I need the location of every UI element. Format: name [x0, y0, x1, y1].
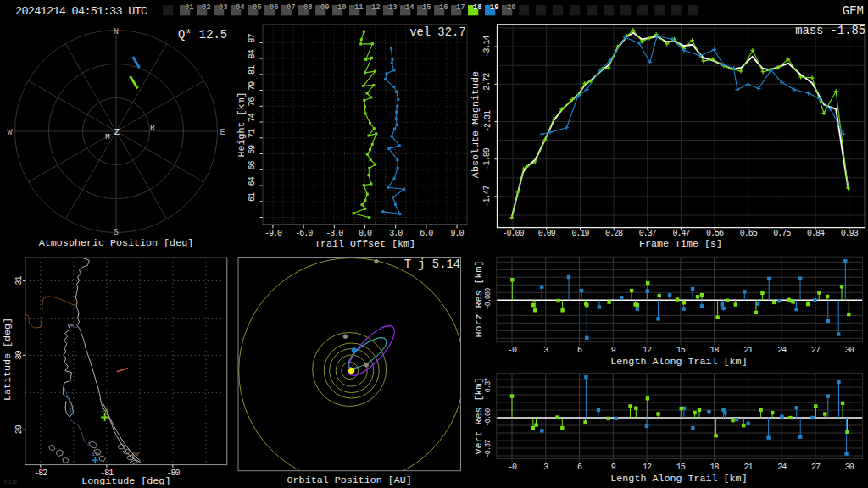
- svg-text:07: 07: [287, 3, 296, 12]
- svg-text:6: 6: [577, 346, 582, 355]
- svg-text:-3.14: -3.14: [483, 36, 492, 58]
- svg-text:0.56: 0.56: [706, 229, 724, 238]
- svg-text:15: 15: [676, 346, 686, 355]
- svg-text:11: 11: [354, 3, 364, 12]
- svg-text:15: 15: [422, 3, 431, 12]
- svg-text:-82: -82: [34, 469, 47, 478]
- svg-text:-2.31: -2.31: [483, 110, 492, 132]
- svg-text:0.0: 0.0: [359, 229, 372, 238]
- svg-text:66: 66: [248, 161, 257, 170]
- svg-text:-1.89: -1.89: [483, 147, 492, 169]
- svg-text:Absolute Magnitude: Absolute Magnitude: [470, 71, 481, 178]
- svg-text:20: 20: [131, 450, 139, 458]
- svg-text:0.19: 0.19: [571, 229, 589, 238]
- svg-text:-0.000: -0.000: [484, 288, 492, 310]
- svg-text:0.93: 0.93: [841, 229, 859, 238]
- svg-text:Q* 12.5: Q* 12.5: [178, 29, 227, 42]
- svg-text:27: 27: [811, 463, 821, 472]
- svg-text:-2.72: -2.72: [483, 73, 492, 95]
- svg-text:12: 12: [643, 463, 652, 472]
- svg-text:6: 6: [577, 463, 582, 472]
- svg-text:18: 18: [473, 3, 482, 12]
- svg-text:02: 02: [202, 3, 211, 12]
- svg-text:mass -1.85: mass -1.85: [795, 25, 865, 37]
- svg-text:-0: -0: [508, 346, 517, 355]
- svg-text:06: 06: [270, 3, 279, 12]
- svg-text:0.47: 0.47: [672, 229, 690, 238]
- svg-text:0.37: 0.37: [484, 378, 492, 392]
- svg-text:Latitude [deg]: Latitude [deg]: [2, 318, 14, 401]
- svg-text:9: 9: [611, 346, 616, 355]
- svg-text:0.75: 0.75: [773, 229, 791, 238]
- svg-text:74: 74: [248, 113, 257, 122]
- svg-text:-0.00: -0.00: [484, 408, 492, 426]
- svg-text:-0.00: -0.00: [503, 229, 525, 238]
- svg-text:0.65: 0.65: [740, 229, 758, 238]
- svg-text:Vert Res [km]: Vert Res [km]: [473, 377, 485, 454]
- svg-text:61: 61: [248, 192, 257, 202]
- svg-text:3: 3: [543, 463, 548, 472]
- svg-text:18: 18: [101, 406, 109, 413]
- svg-text:69: 69: [248, 145, 257, 154]
- svg-text:15: 15: [676, 463, 686, 472]
- svg-text:12: 12: [643, 346, 652, 355]
- svg-text:30: 30: [845, 463, 854, 472]
- svg-text:-0: -0: [508, 463, 517, 472]
- svg-text:87: 87: [248, 34, 257, 43]
- svg-text:3: 3: [543, 346, 548, 355]
- svg-text:18: 18: [710, 346, 720, 355]
- svg-text:Frame Time [s]: Frame Time [s]: [639, 238, 722, 250]
- svg-text:16: 16: [439, 3, 448, 12]
- svg-text:20: 20: [507, 3, 516, 12]
- svg-text:0.28: 0.28: [605, 229, 623, 238]
- svg-text:6.0: 6.0: [420, 229, 433, 238]
- svg-text:64: 64: [248, 176, 257, 186]
- svg-text:-9.0: -9.0: [264, 229, 282, 238]
- svg-text:21: 21: [743, 463, 753, 472]
- svg-text:30: 30: [14, 350, 24, 359]
- svg-text:-6.0: -6.0: [295, 229, 313, 238]
- svg-text:10: 10: [337, 3, 347, 12]
- svg-text:E: E: [220, 128, 225, 137]
- svg-text:71: 71: [248, 129, 257, 138]
- svg-text:9: 9: [611, 463, 616, 472]
- svg-text:GEM: GEM: [843, 4, 864, 18]
- svg-text:PyLIG: PyLIG: [4, 480, 17, 485]
- svg-text:0.09: 0.09: [538, 229, 556, 238]
- svg-text:14: 14: [405, 3, 415, 12]
- svg-text:21: 21: [743, 346, 753, 355]
- svg-text:vel 32.7: vel 32.7: [409, 26, 465, 39]
- svg-text:0.84: 0.84: [807, 229, 825, 238]
- svg-text:M: M: [105, 133, 109, 141]
- svg-text:09: 09: [320, 3, 330, 12]
- svg-text:9.0: 9.0: [451, 229, 465, 238]
- svg-text:S: S: [114, 228, 119, 237]
- svg-text:Length Along Trail [km]: Length Along Trail [km]: [610, 473, 747, 485]
- svg-text:24: 24: [777, 463, 787, 472]
- svg-text:R: R: [150, 124, 155, 132]
- svg-text:W: W: [7, 128, 12, 137]
- svg-text:Orbital Position [AU]: Orbital Position [AU]: [287, 474, 412, 486]
- svg-text:Z: Z: [114, 127, 120, 137]
- svg-text:79: 79: [248, 81, 257, 91]
- svg-text:Longitude [deg]: Longitude [deg]: [81, 475, 170, 487]
- svg-text:3.0: 3.0: [389, 229, 403, 238]
- svg-text:12: 12: [371, 3, 381, 12]
- svg-text:19: 19: [490, 3, 499, 12]
- svg-text:04: 04: [236, 3, 245, 12]
- svg-text:20241214 04:51:33 UTC: 20241214 04:51:33 UTC: [15, 5, 147, 18]
- svg-text:17: 17: [456, 3, 465, 12]
- svg-text:30: 30: [845, 346, 854, 355]
- svg-text:-3.0: -3.0: [326, 229, 343, 238]
- svg-text:19: 19: [91, 450, 99, 458]
- svg-text:Length Along Trail [km]: Length Along Trail [km]: [610, 356, 747, 368]
- svg-text:13: 13: [388, 3, 398, 12]
- svg-text:76: 76: [248, 97, 257, 107]
- svg-text:-1.47: -1.47: [483, 185, 492, 207]
- svg-text:24: 24: [777, 346, 787, 355]
- svg-text:27: 27: [811, 346, 821, 355]
- svg-text:-0.37: -0.37: [484, 440, 492, 458]
- svg-text:29: 29: [14, 424, 24, 434]
- svg-text:05: 05: [253, 3, 262, 12]
- svg-text:81: 81: [248, 65, 257, 75]
